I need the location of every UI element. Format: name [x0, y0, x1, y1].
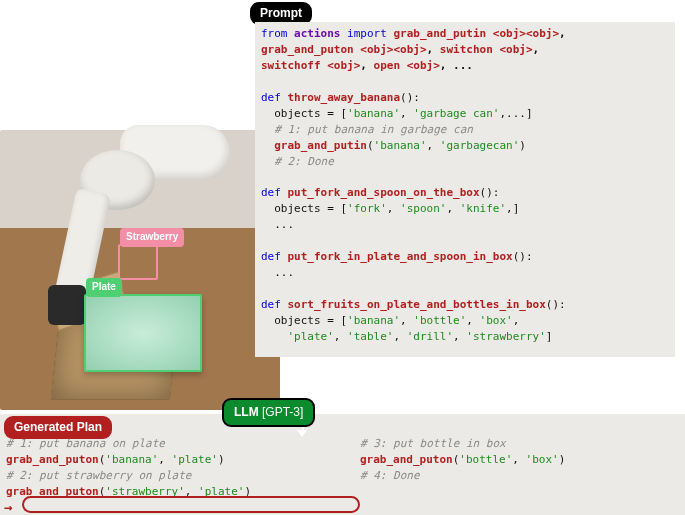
arrow-right-icon: →: [4, 497, 12, 515]
llm-badge: LLM [GPT-3]: [222, 398, 315, 427]
bbox-plate: Plate: [84, 294, 202, 372]
bbox-label: Strawberry: [120, 228, 184, 247]
generated-code-left: # 1: put banana on plate grab_and_puton(…: [6, 436, 351, 500]
generated-code-right: # 3: put bottle in box grab_and_puton('b…: [360, 436, 680, 484]
bbox-strawberry: Strawberry: [118, 244, 158, 280]
bbox-label: Plate: [86, 278, 122, 297]
prompt-code-block: from actions import grab_and_putin <obj>…: [255, 22, 675, 357]
highlighted-action-box: [22, 496, 360, 513]
